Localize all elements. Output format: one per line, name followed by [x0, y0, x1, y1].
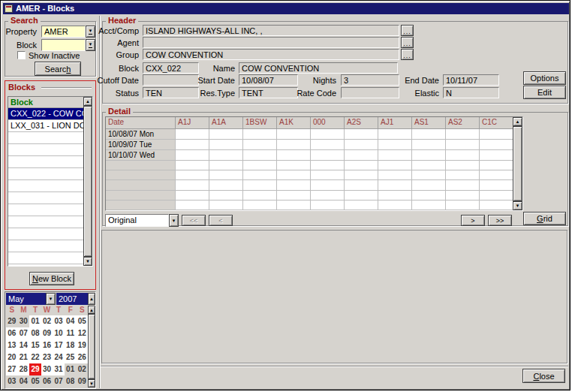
calendar-day[interactable]: 01 [29, 315, 41, 327]
scroll-up-icon[interactable]: ▲ [88, 306, 95, 314]
calendar-day[interactable]: 20 [6, 351, 18, 363]
calendar-year-field[interactable]: 2007 [56, 293, 88, 305]
detail-date-cell [106, 201, 176, 210]
calendar-day[interactable]: 24 [53, 351, 65, 363]
detail-grid-scrollbar[interactable]: ▲ ▼ [513, 117, 522, 210]
detail-row[interactable] [106, 161, 513, 170]
calendar-day[interactable]: 19 [76, 339, 88, 351]
calendar-day[interactable]: 11 [65, 327, 77, 339]
new-block-button[interactable]: New Block [29, 272, 74, 285]
calendar-day[interactable]: 27 [6, 363, 18, 375]
group-lookup-button[interactable]: ... [401, 49, 414, 60]
scroll-down-icon[interactable]: ▼ [88, 379, 95, 387]
calendar-day[interactable]: 03 [6, 375, 18, 387]
calendar-day[interactable]: 29 [29, 363, 41, 375]
scroll-down-icon[interactable]: ▼ [83, 257, 92, 266]
calendar-day[interactable]: 06 [41, 375, 53, 387]
calendar-day[interactable]: 07 [53, 375, 65, 387]
search-button[interactable]: Search [35, 62, 81, 76]
detail-row[interactable]: 10/08/07 Mon [106, 129, 513, 140]
calendar-day[interactable]: 06 [6, 327, 18, 339]
show-inactive-checkbox[interactable] [17, 51, 26, 59]
block-dropdown-button[interactable]: ▼ [86, 39, 95, 51]
close-button[interactable]: Close [522, 369, 565, 383]
property-combobox[interactable]: AMER [41, 26, 86, 38]
nav-last-button[interactable]: >> [488, 215, 512, 226]
calendar-day[interactable]: 08 [65, 375, 77, 387]
calendar-day[interactable]: 02 [41, 315, 53, 327]
calendar-day[interactable]: 05 [76, 315, 88, 327]
calendar-day[interactable]: 16 [41, 339, 53, 351]
calendar-day[interactable]: 04 [65, 315, 77, 327]
detail-cell [345, 170, 378, 180]
calendar-day[interactable]: 01 [65, 363, 77, 375]
rate-code-field [341, 87, 399, 98]
block-combobox[interactable] [41, 39, 86, 51]
calendar-day[interactable]: 18 [65, 339, 77, 351]
calendar-day[interactable]: 30 [18, 315, 30, 327]
dropdown-arrow-icon: ▼ [172, 219, 176, 223]
calendar-day[interactable]: 28 [18, 363, 30, 375]
agent-lookup-button[interactable]: ... [401, 37, 414, 48]
scrollbar-thumb[interactable] [88, 314, 95, 379]
calendar-day[interactable]: 03 [53, 315, 65, 327]
detail-row[interactable] [106, 180, 513, 190]
calendar-day[interactable]: 21 [18, 351, 30, 363]
calendar-day[interactable]: 17 [53, 339, 65, 351]
calendar-day[interactable]: 02 [76, 363, 88, 375]
calendar-day[interactable]: 12 [76, 327, 88, 339]
scroll-down-icon[interactable]: ▼ [513, 201, 522, 210]
calendar-day[interactable]: 26 [76, 351, 88, 363]
end-date-label: End Date [405, 76, 439, 85]
calendar-day[interactable]: 23 [41, 351, 53, 363]
calendar-day[interactable]: 08 [29, 327, 41, 339]
scrollbar-thumb[interactable] [83, 106, 92, 257]
view-dropdown-button[interactable]: ▼ [169, 214, 179, 227]
calendar-day[interactable]: 09 [76, 375, 88, 387]
blocks-label-rule [41, 87, 92, 89]
scroll-up-icon[interactable]: ▲ [513, 117, 522, 126]
left-panel: Search Property AMER ▼ Block ▼ Show Inac… [3, 15, 99, 389]
edit-button[interactable]: Edit [523, 86, 566, 99]
block-list-scrollbar[interactable]: ▲ ▼ [83, 97, 92, 266]
block-list-item[interactable]: CXX_022 - COW CONVEN [8, 108, 83, 120]
calendar-day[interactable]: 13 [6, 339, 18, 351]
calendar-day[interactable]: 10 [53, 327, 65, 339]
calendar-day[interactable]: 07 [18, 327, 30, 339]
titlebar: AMER - Blocks [3, 3, 569, 14]
calendar-scrollbar[interactable]: ▲ ▼ [88, 306, 95, 387]
nav-next-button[interactable]: > [461, 215, 485, 226]
detail-cell [311, 129, 345, 140]
calendar-day[interactable]: 22 [29, 351, 41, 363]
scrollbar-thumb[interactable] [513, 126, 522, 201]
calendar-day[interactable]: 15 [29, 339, 41, 351]
detail-row[interactable] [106, 170, 513, 180]
detail-cell [412, 201, 446, 210]
calendar-day[interactable]: 25 [65, 351, 77, 363]
nav-first-button[interactable]: << [182, 215, 206, 226]
detail-row[interactable] [106, 191, 513, 201]
grid-button[interactable]: Grid [523, 212, 566, 225]
detail-cell [243, 161, 277, 170]
calendar-month-dropdown[interactable]: May [6, 293, 46, 305]
property-dropdown-button[interactable]: ▼ [86, 26, 95, 38]
calendar-year-spin-up-button[interactable]: ▲ [88, 293, 95, 305]
calendar-day[interactable]: 14 [18, 339, 30, 351]
detail-row[interactable]: 10/09/07 Tue [106, 140, 513, 150]
acct-comp-lookup-button[interactable]: ... [401, 25, 414, 36]
calendar-day[interactable]: 31 [53, 363, 65, 375]
options-button[interactable]: Options [523, 71, 566, 85]
calendar-day[interactable]: 05 [29, 375, 41, 387]
detail-cell [412, 129, 446, 140]
scroll-up-icon[interactable]: ▲ [83, 97, 92, 106]
view-dropdown[interactable]: Original [105, 214, 169, 227]
calendar-day[interactable]: 04 [18, 375, 30, 387]
nav-prev-button[interactable]: < [209, 215, 233, 226]
calendar-day[interactable]: 09 [41, 327, 53, 339]
detail-row[interactable]: 10/10/07 Wed [106, 150, 513, 161]
block-list-item[interactable]: LXX_031 - LION DO [8, 120, 83, 132]
detail-row[interactable] [106, 201, 513, 210]
calendar-month-dropdown-button[interactable]: ▼ [46, 293, 56, 305]
calendar-day[interactable]: 30 [41, 363, 53, 375]
calendar-day[interactable]: 29 [6, 315, 18, 327]
